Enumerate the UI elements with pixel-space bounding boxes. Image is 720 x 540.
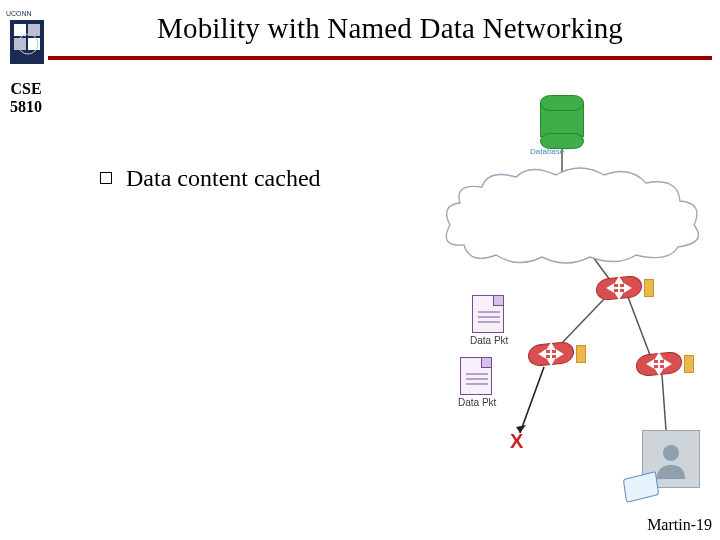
svg-text:UCONN: UCONN [6,10,32,17]
bullet-text: Data content cached [126,165,321,192]
cache-icon [644,279,654,297]
disconnect-x-icon: X [510,430,523,453]
bullet-marker-icon [100,172,112,184]
svg-line-11 [520,367,544,433]
slide-number: Martin-19 [647,516,712,534]
database-label: Database [530,147,564,156]
svg-line-9 [560,297,606,345]
data-packet-label: Data Pkt [470,335,508,346]
ndn-diagram: Database [410,85,710,505]
svg-marker-23 [540,351,545,357]
bullet-item: Data content cached [100,165,321,192]
svg-line-10 [628,297,650,355]
title-underline [48,56,712,60]
svg-marker-29 [648,361,653,367]
data-packet-icon [472,295,504,333]
svg-rect-2 [14,24,26,36]
router-icon [636,353,682,375]
database-icon [540,95,584,145]
cache-icon [684,355,694,373]
svg-rect-4 [14,38,26,50]
svg-point-32 [663,445,679,461]
router-icon [596,277,642,299]
svg-marker-30 [656,354,662,359]
data-packet-label: Data Pkt [458,397,496,408]
course-code: CSE 5810 [4,80,48,115]
router-icon [528,343,574,365]
svg-line-13 [662,375,666,430]
slide-title: Mobility with Named Data Networking [80,12,700,45]
svg-marker-24 [548,344,554,349]
uconn-logo: UCONN [6,6,50,70]
svg-marker-17 [608,285,613,291]
course-dept: CSE [10,80,41,97]
svg-marker-18 [616,278,622,283]
course-num: 5810 [10,98,42,115]
svg-marker-19 [616,293,622,298]
data-packet-icon [460,357,492,395]
svg-marker-25 [548,359,554,364]
svg-marker-22 [557,351,562,357]
svg-marker-28 [665,361,670,367]
cache-icon [576,345,586,363]
network-cloud-icon [430,165,710,265]
svg-marker-31 [656,369,662,374]
svg-marker-16 [625,285,630,291]
